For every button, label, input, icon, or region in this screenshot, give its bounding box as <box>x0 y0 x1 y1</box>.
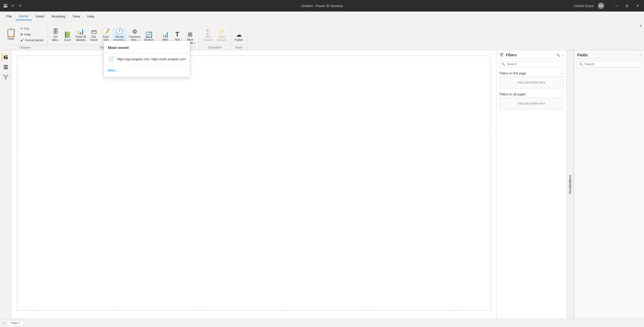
right-panels: Filters 🔍 › 🔍 Filters on this page ··· A… <box>496 50 644 319</box>
window-title: Untitled - Power BI Desktop <box>301 4 343 8</box>
fields-header-icons: › <box>640 53 641 57</box>
filters-on-this-page-drop[interactable]: Add data fields here <box>500 77 563 88</box>
svg-rect-8 <box>4 68 8 69</box>
fields-search-icon: 🔍 <box>579 62 583 66</box>
svg-rect-1 <box>5 4 6 5</box>
svg-rect-5 <box>6 55 8 56</box>
filters-panel: Filters 🔍 › 🔍 Filters on this page ··· A… <box>496 50 566 319</box>
copy-button[interactable]: ⧉ Copy <box>19 32 45 37</box>
filters-search-box[interactable]: 🔍 <box>499 61 564 67</box>
clipboard-label: Clipboard <box>4 45 45 49</box>
cut-button[interactable]: ✂ Cut <box>19 26 45 31</box>
more-button[interactable]: More... <box>104 67 190 74</box>
svg-rect-4 <box>6 57 8 59</box>
excel-button[interactable]: 📗 Excel <box>62 31 73 43</box>
fields-search-box[interactable]: 🔍 <box>577 61 641 67</box>
save-icon[interactable] <box>3 3 8 8</box>
canvas-area[interactable] <box>12 50 496 319</box>
new-measure-button[interactable]: ∑ Newmeasure <box>201 28 214 43</box>
filters-on-this-page-section: Filters on this page ··· Add data fields… <box>496 69 566 90</box>
filters-nav-icon[interactable]: › <box>562 53 563 57</box>
filters-search-icon[interactable]: 🔍 <box>556 53 560 57</box>
menu-insert[interactable]: Insert <box>32 13 48 20</box>
main-layout: Filters 🔍 › 🔍 Filters on this page ··· A… <box>0 50 644 319</box>
calculations-label: Calculations <box>201 45 228 49</box>
calculations-buttons: ∑ Newmeasure ⚡ Quickmeasure <box>201 28 228 44</box>
sidebar-data-icon[interactable] <box>2 63 10 71</box>
canvas-border <box>17 56 491 311</box>
menu-help[interactable]: Help <box>84 13 98 20</box>
format-painter-button[interactable]: 🖌 Format painter <box>19 37 45 43</box>
page-1-tab[interactable]: Page 1 <box>7 320 24 325</box>
recent-source-item[interactable]: 📄 https://api.anaplan.com: https://auth.… <box>104 54 190 64</box>
title-bar-right: Ashish Goyal AG ─ ⧉ ✕ <box>573 3 641 9</box>
title-bar: ↩ ↪ Untitled - Power BI Desktop Ashish G… <box>0 0 644 12</box>
paste-button[interactable]: 📋 Paste <box>4 27 18 42</box>
dropdown-divider <box>104 53 190 53</box>
fields-search-input[interactable] <box>584 62 639 66</box>
fields-nav-icon[interactable]: › <box>640 53 641 57</box>
visualizations-tab[interactable]: Visualizations <box>566 50 574 319</box>
page-bar: + Page 1 <box>0 319 644 326</box>
svg-point-11 <box>7 75 8 76</box>
sidebar-report-icon[interactable] <box>2 53 10 61</box>
maximize-button[interactable]: ⧉ <box>624 3 630 9</box>
menu-home[interactable]: Home <box>15 13 32 20</box>
undo-icon[interactable]: ↩ <box>10 3 15 8</box>
share-label: Share <box>233 45 245 49</box>
visualizations-tab-label: Visualizations <box>568 175 572 194</box>
dropdown-header: Most recent <box>104 43 190 52</box>
title-bar-left: ↩ ↪ <box>3 3 23 8</box>
filters-header-icons: 🔍 › <box>556 53 563 57</box>
filters-on-this-page-title: Filters on this page ··· <box>500 72 563 75</box>
svg-rect-6 <box>4 65 8 66</box>
minimize-button[interactable]: ─ <box>614 3 619 9</box>
menu-view[interactable]: View <box>69 13 84 20</box>
page-1-label: Page 1 <box>11 321 20 324</box>
window-controls: ─ ⧉ ✕ <box>614 3 641 9</box>
recent-sources-dropdown: Most recent 📄 https://api.anaplan.com: h… <box>104 41 190 77</box>
quick-measure-button[interactable]: ⚡ Quickmeasure <box>215 28 228 43</box>
collapse-ribbon-button[interactable]: ∧ <box>639 24 642 28</box>
sql-server-button[interactable]: 🗃 SQLServer <box>88 28 100 43</box>
filters-on-all-pages-section: Filters on all pages ··· Add data fields… <box>496 90 566 111</box>
user-name: Ashish Goyal <box>573 4 594 8</box>
filters-search-input[interactable] <box>507 62 561 66</box>
menu-file[interactable]: File <box>3 13 15 20</box>
redo-icon[interactable]: ↪ <box>18 3 23 8</box>
svg-point-10 <box>3 75 4 76</box>
filter-all-pages-more[interactable]: ··· <box>561 92 563 96</box>
filters-title: Filters <box>506 53 517 57</box>
filter-section-more[interactable]: ··· <box>561 72 563 75</box>
filter-icon <box>500 53 504 57</box>
filters-on-all-pages-drop[interactable]: Add data fields here <box>500 98 563 109</box>
user-avatar: AG <box>598 3 604 9</box>
fields-title: Fields <box>577 53 588 57</box>
left-sidebar <box>0 50 12 319</box>
publish-button[interactable]: ☁ Publish <box>233 31 245 43</box>
get-data-button[interactable]: 🗄 Getdata ▾ <box>50 28 61 43</box>
add-page-button[interactable]: + <box>3 321 5 325</box>
fields-panel-header: Fields › <box>574 50 644 59</box>
sidebar-model-icon[interactable] <box>2 73 10 81</box>
ribbon-group-clipboard: 📋 Paste ✂ Cut ⧉ Copy 🖌 Format painter <box>2 26 48 50</box>
recent-source-url: https://api.anaplan.com: https://auth.an… <box>117 57 186 61</box>
ribbon-group-share: ☁ Publish Share <box>231 31 247 50</box>
power-bi-datasets-button[interactable]: 📊 Power BIdatasets <box>74 28 88 43</box>
menu-bar: File Home Insert Modeling View Help <box>0 12 644 21</box>
filters-on-all-pages-title: Filters on all pages ··· <box>500 92 563 96</box>
fields-panel: Fields › 🔍 <box>574 50 644 319</box>
dropdown-divider-2 <box>104 65 190 66</box>
share-buttons: ☁ Publish <box>233 31 245 44</box>
filters-panel-header: Filters 🔍 › <box>496 50 566 59</box>
svg-line-14 <box>6 76 7 77</box>
svg-line-13 <box>4 76 6 77</box>
close-button[interactable]: ✕ <box>635 3 641 9</box>
doc-icon: 📄 <box>108 56 114 62</box>
ribbon-group-calculations: ∑ Newmeasure ⚡ Quickmeasure Calculations <box>199 28 231 50</box>
svg-rect-2 <box>4 6 7 7</box>
search-icon: 🔍 <box>501 62 505 66</box>
ribbon: 📋 Paste ✂ Cut ⧉ Copy 🖌 Format painter <box>0 21 644 50</box>
clipboard-buttons: 📋 Paste ✂ Cut ⧉ Copy 🖌 Format painter <box>4 26 45 44</box>
menu-modeling[interactable]: Modeling <box>48 13 69 20</box>
